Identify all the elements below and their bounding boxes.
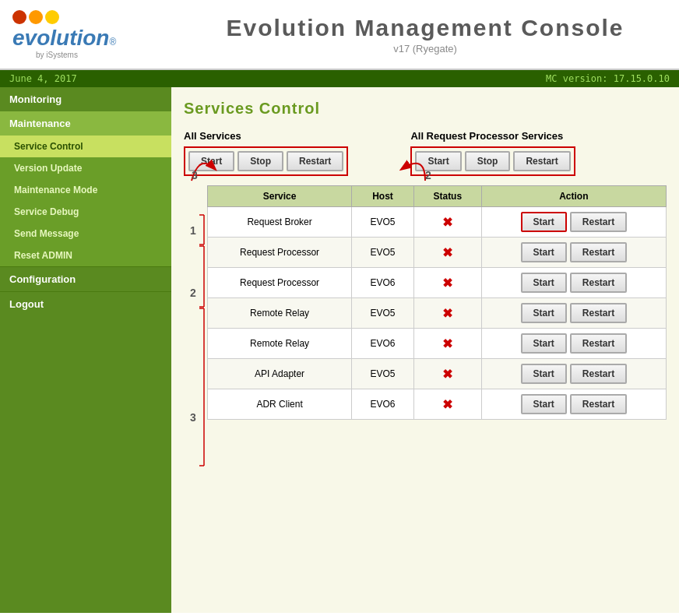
- table-header-row: Service Host Status Action: [208, 186, 667, 207]
- cell-host: EVO5: [352, 359, 414, 389]
- table-row: Remote Relay EVO6 ✖ Start Restart: [208, 329, 667, 359]
- status-stopped-icon: ✖: [442, 307, 452, 320]
- row-start-button[interactable]: Start: [521, 242, 567, 262]
- all-services-buttons: Start Stop Restart: [184, 146, 348, 176]
- logo-area: evolution® by iSystems: [12, 10, 184, 59]
- sidebar-sub-service-control[interactable]: Service Control: [0, 136, 171, 157]
- logo-text: evolution: [12, 26, 109, 51]
- sidebar-sub-maintenance-mode[interactable]: Maintenance Mode: [0, 179, 171, 201]
- all-services-group: All Services Start Stop Restart: [184, 130, 348, 176]
- cell-status: ✖: [413, 238, 481, 268]
- row-restart-button[interactable]: Restart: [570, 394, 627, 414]
- cell-service: Request Processor: [208, 268, 352, 298]
- row-start-button[interactable]: Start: [521, 303, 567, 323]
- row-restart-button[interactable]: Restart: [570, 364, 627, 384]
- controls-area: All Services Start Stop Restart All Requ…: [184, 130, 667, 176]
- col-service: Service: [208, 186, 352, 207]
- row-restart-button[interactable]: Restart: [570, 273, 627, 293]
- app-title: Evolution Management Console: [184, 15, 667, 41]
- all-services-restart-button[interactable]: Restart: [287, 151, 343, 171]
- cell-action: Start Restart: [481, 268, 666, 298]
- cell-service: ADR Client: [208, 389, 352, 420]
- all-request-start-button[interactable]: Start: [415, 151, 461, 171]
- sidebar-sub-send-message[interactable]: Send Message: [0, 223, 171, 245]
- all-request-buttons: Start Stop Restart: [410, 146, 575, 176]
- sidebar-item-configuration[interactable]: Configuration: [0, 267, 171, 291]
- status-stopped-icon: ✖: [442, 337, 452, 350]
- sidebar-item-maintenance[interactable]: Maintenance: [0, 111, 171, 136]
- cell-service: Request Processor: [208, 238, 352, 268]
- row-restart-button[interactable]: Restart: [570, 242, 627, 262]
- table-row: Request Broker EVO5 ✖ Start Restart: [208, 207, 667, 238]
- group-num-1: 1: [190, 224, 196, 237]
- all-services-stop-button[interactable]: Stop: [237, 151, 283, 171]
- logo-registered: ®: [109, 37, 116, 48]
- sidebar-sub-version-update[interactable]: Version Update: [0, 157, 171, 179]
- sidebar-item-monitoring[interactable]: Monitoring: [0, 87, 171, 111]
- cell-host: EVO6: [352, 268, 414, 298]
- cell-action: Start Restart: [481, 329, 666, 359]
- all-request-restart-button[interactable]: Restart: [513, 151, 570, 171]
- table-row: Request Processor EVO5 ✖ Start Restart: [208, 238, 667, 268]
- app-version: v17 (Ryegate): [184, 43, 667, 55]
- cell-status: ✖: [413, 268, 481, 298]
- col-host: Host: [352, 186, 414, 207]
- status-stopped-icon: ✖: [442, 368, 452, 381]
- info-mc-version: MC version: 17.15.0.10: [546, 73, 670, 84]
- col-status: Status: [413, 186, 481, 207]
- main-content: Services Control All Services Start Stop…: [171, 87, 679, 613]
- annotation-2-label: 2: [425, 169, 431, 181]
- sidebar: Monitoring Maintenance Service Control V…: [0, 87, 171, 613]
- status-stopped-icon: ✖: [442, 276, 452, 290]
- group-num-3: 3: [190, 411, 196, 424]
- row-start-button[interactable]: Start: [521, 394, 567, 414]
- cell-action: Start Restart: [481, 238, 666, 268]
- table-row: Request Processor EVO6 ✖ Start Restart: [208, 268, 667, 298]
- cell-status: ✖: [413, 207, 481, 238]
- all-request-stop-button[interactable]: Stop: [465, 151, 511, 171]
- table-row: API Adapter EVO5 ✖ Start Restart: [208, 359, 667, 389]
- row-restart-button[interactable]: Restart: [570, 303, 627, 323]
- cell-action: Start Restart: [481, 298, 666, 329]
- page-title: Services Control: [184, 100, 667, 118]
- main-layout: Monitoring Maintenance Service Control V…: [0, 87, 679, 613]
- logo-by: by iSystems: [36, 51, 78, 59]
- row-restart-button[interactable]: Restart: [570, 212, 627, 232]
- row-start-button[interactable]: Start: [521, 364, 567, 384]
- cell-action: Start Restart: [481, 389, 666, 420]
- table-row: Remote Relay EVO5 ✖ Start Restart: [208, 298, 667, 329]
- sidebar-item-logout[interactable]: Logout: [0, 292, 171, 316]
- sidebar-sub-reset-admin[interactable]: Reset ADMIN: [0, 245, 171, 266]
- all-request-label: All Request Processor Services: [410, 130, 575, 142]
- status-stopped-icon: ✖: [442, 246, 452, 259]
- cell-host: EVO5: [352, 298, 414, 329]
- logo-circle-red: [12, 10, 26, 24]
- logo-text-wrap: evolution®: [12, 26, 116, 51]
- service-table: Service Host Status Action Request Broke…: [207, 185, 667, 420]
- cell-service: Request Broker: [208, 207, 352, 238]
- row-start-button[interactable]: Start: [521, 333, 567, 354]
- info-bar: June 4, 2017 MC version: 17.15.0.10: [0, 70, 679, 87]
- table-area: 1 2 3 Service: [207, 185, 667, 420]
- row-restart-button[interactable]: Restart: [570, 333, 627, 354]
- info-date: June 4, 2017: [9, 73, 77, 84]
- sidebar-sub-service-debug[interactable]: Service Debug: [0, 201, 171, 223]
- col-action: Action: [481, 186, 666, 207]
- logo-circle-yellow: [45, 10, 59, 24]
- cell-service: API Adapter: [208, 359, 352, 389]
- bracket-svg: [193, 185, 206, 420]
- header-title-area: Evolution Management Console v17 (Ryegat…: [184, 15, 667, 55]
- all-request-group: All Request Processor Services Start Sto…: [410, 130, 575, 176]
- table-row: ADR Client EVO6 ✖ Start Restart: [208, 389, 667, 420]
- row-start-button[interactable]: Start: [521, 212, 567, 232]
- cell-action: Start Restart: [481, 359, 666, 389]
- annotation-3-label: 3: [192, 169, 198, 181]
- cell-host: EVO6: [352, 389, 414, 420]
- cell-host: EVO5: [352, 207, 414, 238]
- row-start-button[interactable]: Start: [521, 273, 567, 293]
- cell-status: ✖: [413, 298, 481, 329]
- app-header: evolution® by iSystems Evolution Managem…: [0, 0, 679, 70]
- all-services-label: All Services: [184, 130, 348, 142]
- group-num-2: 2: [190, 287, 196, 299]
- cell-host: EVO5: [352, 238, 414, 268]
